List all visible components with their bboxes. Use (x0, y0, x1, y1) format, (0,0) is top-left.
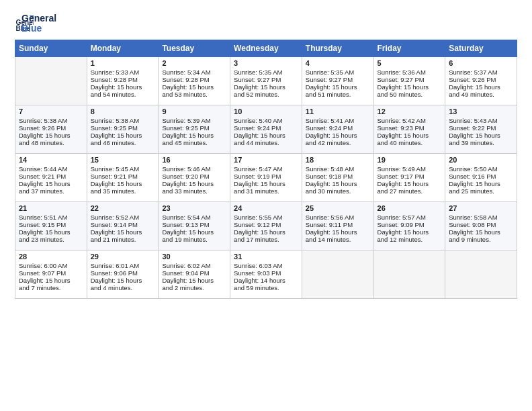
header: General Blue General Blue (15, 12, 517, 34)
day-number: 2 (162, 59, 226, 67)
day-number: 11 (306, 107, 370, 116)
calendar-cell: 18Sunrise: 5:48 AMSunset: 9:18 PMDayligh… (302, 153, 373, 201)
day-info-line: Sunset: 9:26 PM (19, 124, 83, 132)
week-row-4: 21Sunrise: 5:51 AMSunset: 9:15 PMDayligh… (15, 201, 517, 250)
day-info-line: Daylight: 15 hours (306, 83, 370, 91)
day-number: 25 (306, 204, 370, 212)
day-info-line: Sunset: 9:21 PM (19, 173, 83, 180)
day-info-line: Sunrise: 5:38 AM (19, 117, 83, 124)
day-info-line: Sunset: 9:15 PM (19, 221, 83, 228)
day-number: 17 (234, 156, 298, 164)
calendar-cell: 21Sunrise: 5:51 AMSunset: 9:15 PMDayligh… (15, 201, 87, 250)
day-info-line: Sunset: 9:23 PM (378, 124, 442, 132)
day-info-line: Sunset: 9:07 PM (19, 269, 83, 277)
header-day-tuesday: Tuesday (159, 40, 230, 56)
day-number: 4 (306, 59, 370, 67)
day-number: 30 (162, 253, 226, 261)
day-info-line: Sunset: 9:12 PM (234, 221, 298, 228)
calendar-table: SundayMondayTuesdayWednesdayThursdayFrid… (15, 40, 517, 299)
logo-blue: Blue (21, 24, 56, 34)
day-info-line: and 54 minutes. (91, 91, 155, 98)
day-number: 18 (306, 156, 370, 164)
day-info-line: Sunset: 9:20 PM (162, 173, 226, 180)
day-info-line: Sunset: 9:27 PM (378, 76, 442, 83)
day-info-line: Sunset: 9:24 PM (306, 124, 370, 132)
calendar-cell: 9Sunrise: 5:39 AMSunset: 9:25 PMDaylight… (159, 105, 230, 153)
day-info-line: and 35 minutes. (91, 187, 155, 195)
day-number: 12 (378, 107, 442, 116)
day-info-line: Sunset: 9:18 PM (306, 173, 370, 180)
calendar-cell: 20Sunrise: 5:50 AMSunset: 9:16 PMDayligh… (445, 153, 517, 201)
day-info-line: Sunrise: 6:03 AM (234, 262, 298, 269)
day-info-line: Daylight: 15 hours (162, 277, 226, 284)
day-info-line: and 42 minutes. (306, 139, 370, 146)
day-info-line: Sunrise: 5:57 AM (378, 214, 442, 221)
day-info-line: Sunrise: 5:33 AM (91, 68, 155, 76)
day-info-line: and 30 minutes. (306, 187, 370, 195)
day-info-line: Daylight: 15 hours (378, 132, 442, 139)
day-info-line: Sunrise: 5:34 AM (162, 68, 226, 76)
day-info-line: and 31 minutes. (234, 187, 298, 195)
day-info-line: and 40 minutes. (378, 139, 442, 146)
day-info-line: and 23 minutes. (19, 236, 83, 243)
day-info-line: Sunset: 9:09 PM (378, 221, 442, 228)
day-number: 26 (378, 204, 442, 212)
day-info-line: Daylight: 15 hours (378, 83, 442, 91)
day-info-line: Daylight: 15 hours (162, 132, 226, 139)
header-day-friday: Friday (373, 40, 445, 56)
day-info-line: Daylight: 15 hours (234, 83, 298, 91)
day-info-line: and 46 minutes. (91, 139, 155, 146)
day-info-line: Sunrise: 5:52 AM (91, 214, 155, 221)
day-info-line: Sunrise: 6:00 AM (19, 262, 83, 269)
calendar-cell: 4Sunrise: 5:35 AMSunset: 9:27 PMDaylight… (302, 56, 373, 105)
day-number: 9 (162, 107, 226, 116)
day-info-line: Sunset: 9:14 PM (91, 221, 155, 228)
day-info-line: Daylight: 15 hours (91, 83, 155, 91)
calendar-cell: 17Sunrise: 5:47 AMSunset: 9:19 PMDayligh… (230, 153, 302, 201)
week-row-2: 7Sunrise: 5:38 AMSunset: 9:26 PMDaylight… (15, 105, 517, 153)
day-info-line: Sunrise: 5:38 AM (91, 117, 155, 124)
calendar-cell: 1Sunrise: 5:33 AMSunset: 9:28 PMDaylight… (87, 56, 159, 105)
day-info-line: Sunset: 9:26 PM (449, 76, 513, 83)
day-info-line: and 4 minutes. (91, 284, 155, 291)
day-info-line: Sunset: 9:04 PM (162, 269, 226, 277)
day-number: 19 (378, 156, 442, 164)
calendar-cell (445, 250, 517, 298)
calendar-cell: 11Sunrise: 5:41 AMSunset: 9:24 PMDayligh… (302, 105, 373, 153)
day-info-line: Daylight: 14 hours (234, 277, 298, 284)
day-info-line: and 12 minutes. (378, 236, 442, 243)
day-info-line: Sunrise: 5:43 AM (449, 117, 513, 124)
day-info-line: Sunrise: 5:45 AM (91, 165, 155, 173)
day-info-line: Sunrise: 5:51 AM (19, 214, 83, 221)
day-info-line: Sunset: 9:27 PM (306, 76, 370, 83)
calendar-cell (373, 250, 445, 298)
calendar-cell: 15Sunrise: 5:45 AMSunset: 9:21 PMDayligh… (87, 153, 159, 201)
day-info-line: Sunrise: 6:02 AM (162, 262, 226, 269)
calendar-cell: 23Sunrise: 5:54 AMSunset: 9:13 PMDayligh… (159, 201, 230, 250)
day-info-line: Sunset: 9:03 PM (234, 269, 298, 277)
day-info-line: Sunrise: 5:35 AM (306, 68, 370, 76)
day-info-line: Daylight: 15 hours (19, 180, 83, 187)
day-number: 7 (19, 107, 83, 116)
day-info-line: Sunset: 9:08 PM (449, 221, 513, 228)
week-row-3: 14Sunrise: 5:44 AMSunset: 9:21 PMDayligh… (15, 153, 517, 201)
day-info-line: Daylight: 15 hours (162, 180, 226, 187)
day-info-line: Sunrise: 5:41 AM (306, 117, 370, 124)
day-info-line: Daylight: 15 hours (449, 83, 513, 91)
day-info-line: Sunset: 9:19 PM (234, 173, 298, 180)
day-info-line: Sunset: 9:27 PM (234, 76, 298, 83)
calendar-cell: 6Sunrise: 5:37 AMSunset: 9:26 PMDaylight… (445, 56, 517, 105)
day-info-line: Sunset: 9:17 PM (378, 173, 442, 180)
day-info-line: and 27 minutes. (378, 187, 442, 195)
calendar-header-row: SundayMondayTuesdayWednesdayThursdayFrid… (15, 40, 517, 56)
day-info-line: Daylight: 15 hours (306, 228, 370, 236)
day-info-line: Daylight: 15 hours (378, 180, 442, 187)
header-day-sunday: Sunday (15, 40, 87, 56)
day-info-line: Daylight: 15 hours (306, 180, 370, 187)
day-info-line: Daylight: 15 hours (162, 83, 226, 91)
day-info-line: Sunset: 9:28 PM (91, 76, 155, 83)
day-number: 1 (91, 59, 155, 67)
day-info-line: Sunrise: 5:56 AM (306, 214, 370, 221)
day-info-line: Sunrise: 5:54 AM (162, 214, 226, 221)
day-number: 24 (234, 204, 298, 212)
